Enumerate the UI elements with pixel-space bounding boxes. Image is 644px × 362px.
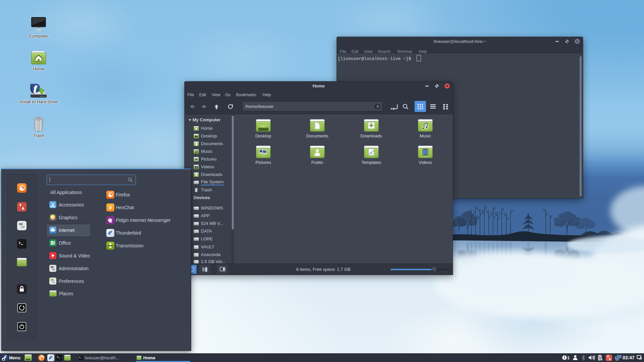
svg-text:#: #	[109, 205, 112, 210]
svg-text:1: 1	[567, 355, 570, 360]
